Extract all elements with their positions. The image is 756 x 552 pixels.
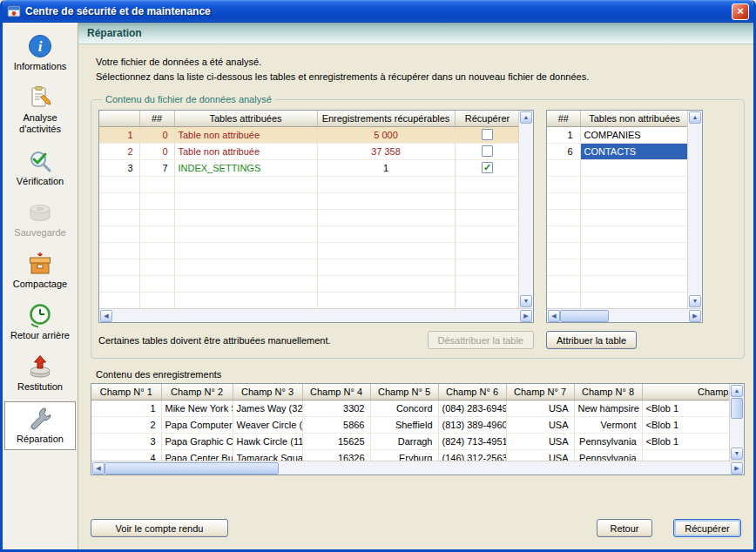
scroll-left-button[interactable]: ◀ — [100, 310, 112, 322]
scroll-left-button[interactable]: ◀ — [548, 310, 560, 322]
sidebar-item-reparation[interactable]: Réparation — [4, 401, 76, 450]
table-name: INDEX_SETTINGS — [174, 159, 317, 176]
table-name: CONTACTS — [580, 143, 687, 159]
back-button[interactable]: Retour — [597, 519, 652, 537]
record-cell: (824) 713-4951 — [438, 433, 506, 449]
record-count: 1 — [317, 159, 455, 176]
record-cell: (146) 312-2563 — [438, 449, 506, 461]
scroll-up-button[interactable]: ▲ — [520, 111, 532, 124]
table-row-empty — [99, 209, 518, 226]
table-id: 1 — [547, 126, 580, 143]
scroll-right-button[interactable]: ▶ — [689, 310, 701, 322]
table-row-empty — [99, 192, 518, 209]
sidebar-item-sauvegarde[interactable]: Sauvegarde — [4, 195, 76, 244]
scroll-up-button[interactable]: ▲ — [731, 385, 743, 397]
record-cell: 5866 — [302, 416, 370, 433]
close-button[interactable]: × — [732, 3, 749, 20]
record-cell: Pennsylvania — [574, 433, 642, 449]
scrollbar-thumb[interactable] — [105, 462, 279, 475]
row-number: 2 — [99, 143, 139, 159]
table-row-selected[interactable]: 6 CONTACTS — [547, 143, 687, 159]
record-cell: 3302 — [302, 400, 370, 416]
record-row[interactable]: 4 Papa Center Bu Tamarack Squar 16326 Er… — [91, 449, 729, 461]
record-cell: 3 — [91, 433, 161, 449]
sidebar-item-verification[interactable]: Vérification — [4, 144, 76, 192]
sidebar-item-restitution[interactable]: Restitution — [4, 349, 76, 398]
record-row[interactable]: 3 Papa Graphic Cr Hawk Circle (11: 15625… — [91, 433, 729, 449]
record-cell: James Way (32) — [233, 400, 302, 416]
sidebar-item-retour-arriere[interactable]: Retour arrière — [4, 298, 76, 347]
column-header: Champ N° 4 — [302, 384, 370, 400]
column-header: Champ N° 1 — [91, 384, 161, 400]
titlebar[interactable]: Centre de sécurité et de maintenance × — [3, 0, 753, 23]
compact-box-icon — [27, 251, 53, 277]
record-cell: Eryburg — [370, 449, 438, 461]
table-row-empty — [547, 226, 687, 242]
record-cell: 4 — [91, 449, 161, 461]
table-row-empty — [99, 275, 518, 292]
scrollbar-thumb[interactable] — [560, 310, 609, 322]
scroll-down-button[interactable]: ▼ — [689, 295, 701, 307]
record-cell: USA — [506, 449, 574, 461]
scroll-right-button[interactable]: ▶ — [731, 462, 743, 475]
recover-checkbox[interactable]: ✓ — [482, 162, 493, 173]
table-row-empty — [547, 176, 687, 192]
sidebar-item-compactage[interactable]: Compactage — [4, 246, 76, 295]
column-header: Champ N° 3 — [233, 384, 302, 400]
table-row[interactable]: 3 7 INDEX_SETTINGS 1 ✓ — [99, 159, 518, 176]
record-cell: <Blob 1 — [642, 416, 729, 433]
table-row-empty — [547, 159, 687, 176]
column-header-id: ## — [139, 111, 174, 126]
record-cell: Papa Center Bu — [161, 449, 233, 461]
table-row-empty — [547, 209, 687, 226]
vertical-scrollbar[interactable]: ▲ ▼ — [518, 111, 533, 308]
sidebar-item-informations[interactable]: i Informations — [4, 29, 76, 77]
scroll-left-button[interactable]: ◀ — [92, 462, 105, 475]
record-cell: Concord — [370, 400, 438, 416]
unassign-table-button[interactable]: Désattribuer la table — [428, 331, 534, 349]
table-row[interactable]: 1 COMPANIES — [547, 126, 687, 143]
scroll-right-button[interactable]: ▶ — [520, 310, 532, 322]
table-header-row: ## Tables non attribuées — [547, 111, 687, 126]
column-header-recover: Récupérer — [455, 111, 518, 126]
assign-table-button[interactable]: Attribuer la table — [546, 331, 637, 349]
sidebar-item-analyse-activites[interactable]: Analyse d'activités — [4, 80, 76, 140]
horizontal-scrollbar[interactable]: ◀ ▶ — [91, 461, 744, 475]
record-cell: Pennsylvania — [574, 449, 642, 461]
record-cell: 15625 — [302, 433, 370, 449]
vertical-scrollbar[interactable]: ▲ ▼ — [687, 111, 702, 308]
page-title: Réparation — [87, 27, 142, 39]
table-name: COMPANIES — [580, 126, 687, 143]
sidebar-item-label: Vérification — [17, 176, 64, 187]
recover-checkbox[interactable] — [482, 145, 493, 157]
record-cell: Weaver Circle ( — [233, 416, 302, 433]
scrollbar-thumb[interactable] — [731, 398, 743, 419]
wrench-icon — [27, 406, 53, 432]
horizontal-scrollbar[interactable]: ◀ ▶ — [99, 308, 533, 322]
record-cell: (813) 389-4960 — [438, 416, 506, 433]
column-header-id: ## — [547, 111, 580, 126]
column-header: Champ N° 7 — [506, 384, 574, 400]
table-row-empty — [99, 259, 518, 275]
view-report-button[interactable]: Voir le compte rendu — [91, 519, 228, 537]
recover-button[interactable]: Récupérer — [673, 519, 741, 537]
scroll-up-button[interactable]: ▲ — [689, 111, 701, 124]
recover-checkbox[interactable] — [482, 129, 493, 140]
record-row[interactable]: 2 Papa Computer Weaver Circle ( 5866 She… — [91, 416, 729, 433]
scroll-down-button[interactable]: ▼ — [731, 448, 743, 460]
scroll-down-button[interactable]: ▼ — [520, 295, 532, 307]
sidebar-item-label: Sauvegarde — [14, 227, 65, 239]
table-row[interactable]: 1 0 Table non attribuée 5 000 — [99, 126, 518, 143]
app-icon — [7, 4, 21, 18]
column-header: Champ N° 9 — [642, 384, 729, 400]
column-header: Champ N° 6 — [438, 384, 506, 400]
table-row[interactable]: 2 0 Table non attribuée 37 358 — [99, 143, 518, 159]
sidebar-item-label: Informations — [14, 61, 67, 72]
table-row-empty — [99, 226, 518, 242]
analyzed-content-group: Contenu du fichier de données analysé — [91, 94, 745, 359]
horizontal-scrollbar[interactable]: ◀ ▶ — [547, 308, 702, 322]
rollback-clock-icon — [27, 302, 53, 328]
record-row[interactable]: 1 Mike New York S James Way (32) 3302 Co… — [91, 400, 729, 416]
vertical-scrollbar[interactable]: ▲ ▼ — [729, 384, 744, 461]
column-header-unattributed-tables: Tables non attribuées — [580, 111, 687, 126]
